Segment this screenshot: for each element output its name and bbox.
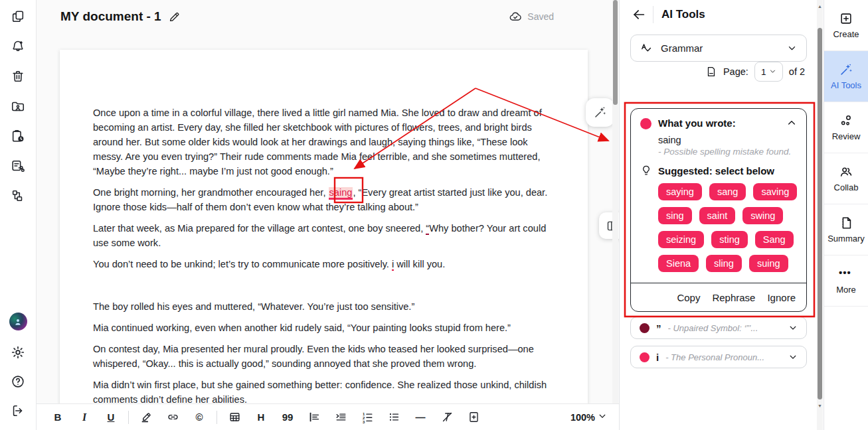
suggestion-pill[interactable]: sing: [658, 207, 692, 224]
paragraph: You don’t need to be unkind; let’s try t…: [93, 257, 558, 271]
trash-icon[interactable]: [11, 69, 25, 84]
issue-note: - The Personal Pronoun...: [665, 352, 764, 362]
scroll-down-arrow[interactable]: ▼: [817, 403, 823, 408]
suggestion-pill[interactable]: saying: [658, 183, 702, 200]
rail-item-more[interactable]: •••More: [824, 255, 868, 307]
zoom-level: 100%: [570, 412, 595, 423]
page-selector-row: Page: 1 of 2: [705, 61, 805, 82]
highlight-button[interactable]: [133, 407, 159, 427]
suggestion-pill[interactable]: sang: [709, 183, 746, 200]
italic-button[interactable]: I: [71, 407, 98, 427]
underline-glyph: U: [108, 411, 115, 423]
text-segment: Mia didn’t win first place, but she gain…: [93, 380, 547, 405]
text-segment: Later that week, as Mia prepared for the…: [93, 223, 426, 234]
avatar[interactable]: [9, 313, 27, 330]
bold-glyph: B: [54, 411, 62, 423]
ordered-list-button[interactable]: 123: [354, 407, 381, 427]
document-page[interactable]: Once upon a time in a colorful village, …: [60, 50, 588, 405]
suggestion-pill[interactable]: Sang: [755, 231, 794, 248]
zoom-control[interactable]: 100%: [570, 411, 607, 423]
clear-format-button[interactable]: [434, 407, 460, 427]
heading-glyph: H: [258, 411, 265, 423]
blockquote-button[interactable]: 99: [274, 407, 301, 427]
suggestion-pill[interactable]: suing: [749, 255, 788, 272]
suggestion-pill[interactable]: sling: [706, 255, 742, 272]
scroll-up-arrow[interactable]: ▲: [817, 4, 823, 9]
add-page-button[interactable]: [460, 407, 487, 427]
chevron-up-icon[interactable]: [786, 117, 797, 128]
issue-dot: [640, 352, 650, 362]
ai-wand-floating-button[interactable]: [586, 98, 614, 127]
horizontal-rule-button[interactable]: —: [407, 407, 434, 427]
suggestion-pill[interactable]: saving: [753, 183, 797, 200]
copyright-button[interactable]: ©: [186, 407, 213, 427]
copyright-glyph: ©: [195, 411, 203, 423]
underline-button[interactable]: U: [98, 407, 124, 427]
settings-icon[interactable]: [11, 345, 25, 360]
page-icon: [705, 66, 717, 78]
suggestion-pill[interactable]: sting: [711, 231, 748, 248]
collapsed-suggestion[interactable]: ”- Unpaired Symbol: ‘”’...: [630, 317, 807, 339]
header-divider: [653, 6, 653, 23]
rail-item-ai-tools[interactable]: AI Tools: [824, 51, 868, 102]
rail-item-review[interactable]: Review: [824, 102, 868, 153]
page-total: of 2: [789, 66, 805, 77]
panel-scrollbar[interactable]: ▲ ▼: [817, 0, 823, 430]
bold-button[interactable]: B: [44, 407, 71, 427]
paragraph: Later that week, as Mia prepared for the…: [93, 221, 558, 250]
copy-action[interactable]: Copy: [677, 292, 700, 303]
align-left-button[interactable]: [301, 407, 327, 427]
clipboard-history-icon[interactable]: [11, 129, 25, 143]
edit-title-icon[interactable]: [168, 11, 181, 23]
tool-select-dropdown[interactable]: Grammar: [630, 35, 807, 62]
chevron-down-icon[interactable]: [788, 323, 798, 332]
back-button[interactable]: [632, 7, 646, 22]
suggestion-pill[interactable]: Siena: [658, 255, 699, 272]
rail-item-label: AI Tools: [831, 80, 861, 90]
right-rail: CreateAI ToolsReviewCollabSummary•••More: [824, 0, 868, 430]
horizontal-rule-glyph: —: [416, 411, 426, 423]
issue-dot: [640, 118, 651, 129]
rail-item-create[interactable]: Create: [824, 0, 868, 51]
heading-button[interactable]: H: [248, 407, 274, 427]
suggestion-pill[interactable]: swing: [742, 207, 783, 224]
paragraph: [93, 278, 558, 293]
suggestion-pills: sayingsangsavingsingsaintswingseizingsti…: [658, 183, 800, 272]
rail-item-summary[interactable]: Summary: [824, 204, 868, 255]
documents-icon[interactable]: [11, 9, 25, 24]
more-icon: •••: [839, 267, 853, 281]
chevron-down-icon[interactable]: [788, 352, 798, 362]
link-button[interactable]: [159, 407, 186, 427]
suggestion-card: What you wrote: saing - Possible spellin…: [630, 108, 807, 312]
notifications-icon[interactable]: [11, 39, 25, 54]
rail-item-collab[interactable]: Collab: [824, 153, 868, 204]
ignore-action[interactable]: Ignore: [767, 292, 796, 303]
issue-symbol: ”: [656, 322, 661, 334]
saved-label: Saved: [527, 11, 554, 22]
svg-text:1: 1: [362, 412, 365, 416]
marked-text-spelling[interactable]: saing: [329, 187, 353, 200]
paragraph: Once upon a time in a colorful village, …: [93, 106, 558, 179]
notes-flow-icon[interactable]: [11, 159, 25, 173]
logout-icon[interactable]: [11, 403, 25, 418]
suggestion-pill[interactable]: seizing: [658, 231, 704, 248]
document-scrollbar[interactable]: [612, 0, 618, 403]
chevron-down-icon: [598, 411, 607, 423]
page-select[interactable]: 1: [754, 62, 783, 82]
indent-button[interactable]: [327, 407, 354, 427]
collapsed-suggestion[interactable]: i- The Personal Pronoun...: [630, 346, 807, 368]
issue-note: - Unpaired Symbol: ‘”’...: [668, 323, 758, 333]
help-icon[interactable]: [11, 374, 25, 389]
paragraph: On contest day, Mia presented her mural …: [93, 342, 558, 371]
rephrase-action[interactable]: Rephrase: [712, 292, 755, 303]
document-scrollbar-thumb[interactable]: [613, 0, 618, 105]
svg-text:2: 2: [362, 416, 365, 420]
text-segment: will kill you.: [394, 259, 445, 269]
suggestion-pill[interactable]: saint: [699, 207, 736, 224]
panel-scrollbar-thumb[interactable]: [818, 28, 822, 399]
table-button[interactable]: [221, 407, 248, 427]
bullet-list-button[interactable]: [381, 407, 407, 427]
app-window: MY document - 1 Saved Once upon a time i…: [0, 0, 868, 430]
hierarchy-icon[interactable]: [11, 188, 25, 203]
shared-folder-icon[interactable]: [11, 99, 25, 113]
